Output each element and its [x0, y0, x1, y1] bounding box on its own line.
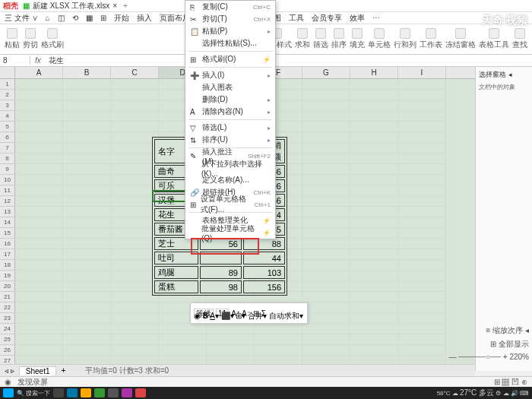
cell[interactable]: [15, 100, 63, 111]
menu-item[interactable]: ⊞设置单元格格式(F)...Ctrl+1: [185, 198, 275, 211]
menu-item[interactable]: 删除(D)▸: [185, 93, 275, 106]
cell[interactable]: [63, 143, 111, 154]
cell[interactable]: [302, 228, 350, 239]
cell[interactable]: [302, 175, 350, 185]
row-header[interactable]: 9: [0, 164, 15, 175]
cell[interactable]: [63, 185, 111, 196]
cell[interactable]: [350, 175, 398, 185]
cell[interactable]: [350, 228, 398, 239]
cell[interactable]: [350, 313, 398, 324]
cell[interactable]: [350, 111, 398, 122]
column-header[interactable]: H: [350, 67, 398, 78]
cell[interactable]: [15, 132, 63, 143]
cell[interactable]: [302, 122, 350, 132]
cell[interactable]: [398, 164, 446, 175]
cell[interactable]: [111, 100, 159, 111]
cell[interactable]: [398, 345, 446, 356]
scale-label[interactable]: ≡ 缩放次序 ◂: [486, 325, 529, 336]
cell[interactable]: [63, 154, 111, 164]
cell[interactable]: [15, 324, 63, 334]
cell[interactable]: [302, 111, 350, 122]
copy-group[interactable]: 格式刷: [41, 28, 64, 50]
ribbon-tab[interactable]: ⋯: [372, 14, 380, 22]
ribbon-tab[interactable]: 效率: [350, 13, 365, 24]
cell[interactable]: [255, 345, 302, 356]
row-header[interactable]: 2: [0, 90, 15, 100]
cell[interactable]: [398, 239, 446, 249]
cell[interactable]: [15, 345, 63, 356]
fill[interactable]: 填充: [350, 28, 365, 50]
table-cell[interactable]: 156: [243, 280, 285, 293]
sum[interactable]: 求和: [295, 28, 310, 50]
sheet-tab[interactable]: Sheet1: [19, 366, 57, 375]
cell[interactable]: [63, 90, 111, 100]
cell[interactable]: [350, 239, 398, 249]
cell[interactable]: [15, 302, 63, 313]
cell[interactable]: [63, 132, 111, 143]
cell-reference[interactable]: 8: [0, 56, 30, 65]
cell[interactable]: [398, 90, 446, 100]
cell[interactable]: [63, 111, 111, 122]
cell[interactable]: [302, 249, 350, 260]
cell[interactable]: [63, 292, 111, 302]
cell[interactable]: [350, 122, 398, 132]
rowcol[interactable]: 行和列: [394, 28, 416, 50]
cell[interactable]: [398, 154, 446, 164]
cell[interactable]: [302, 324, 350, 334]
menu-item[interactable]: 从下拉列表中选择(K)...: [185, 162, 275, 174]
cell[interactable]: [15, 90, 63, 100]
cell[interactable]: [159, 324, 207, 334]
cell[interactable]: [302, 100, 350, 111]
row-header[interactable]: 11: [0, 185, 15, 196]
menu-item[interactable]: ⊞格式刷(O)⚡: [185, 53, 275, 65]
menu-item[interactable]: 批量处理单元格(Q)⚡: [185, 226, 275, 239]
cell[interactable]: [398, 207, 446, 217]
menu-item[interactable]: 选择性粘贴(S)...: [185, 37, 275, 49]
cell[interactable]: [255, 334, 302, 345]
cell[interactable]: [111, 79, 159, 90]
cell[interactable]: [398, 132, 446, 143]
cell[interactable]: [15, 164, 63, 175]
cell[interactable]: [398, 281, 446, 292]
cell[interactable]: [398, 143, 446, 154]
cell[interactable]: [111, 302, 159, 313]
row-header[interactable]: 26: [0, 345, 15, 356]
cell[interactable]: [350, 345, 398, 356]
cell[interactable]: [350, 132, 398, 143]
row-header[interactable]: 5: [0, 122, 15, 132]
menu-item[interactable]: ➕插入(I)▸: [185, 69, 275, 81]
cell[interactable]: [350, 100, 398, 111]
zoom-pct[interactable]: — ─────○── + 220%: [449, 353, 529, 361]
cell[interactable]: [350, 185, 398, 196]
menu-item[interactable]: ⎘复制(C)Ctrl+C: [185, 1, 275, 13]
view-all[interactable]: ⊞ 全部显示: [490, 339, 529, 350]
cell[interactable]: [63, 249, 111, 260]
table-cell[interactable]: 89: [200, 266, 242, 279]
column-header[interactable]: B: [63, 67, 111, 78]
cell[interactable]: [350, 334, 398, 345]
cell[interactable]: [15, 249, 63, 260]
menu-item[interactable]: 📋粘贴(P)▸: [185, 25, 275, 37]
cell[interactable]: [398, 79, 446, 90]
row-header[interactable]: 19: [0, 271, 15, 281]
cell[interactable]: [398, 122, 446, 132]
table-cell[interactable]: 103: [243, 266, 285, 279]
row-header[interactable]: 4: [0, 111, 15, 122]
cell[interactable]: [15, 260, 63, 271]
cell[interactable]: [350, 143, 398, 154]
cell[interactable]: [111, 111, 159, 122]
cell[interactable]: [63, 122, 111, 132]
menu-item[interactable]: ✂剪切(T)Ctrl+X: [185, 13, 275, 25]
cell[interactable]: [302, 143, 350, 154]
cell[interactable]: [302, 90, 350, 100]
row-header[interactable]: 24: [0, 324, 15, 334]
cell[interactable]: [63, 207, 111, 217]
ribbon-tab[interactable]: 插入: [137, 13, 152, 24]
cell[interactable]: [111, 90, 159, 100]
cell[interactable]: [15, 207, 63, 217]
column-header[interactable]: I: [398, 67, 446, 78]
menu-item[interactable]: A清除内容(N)▸: [185, 106, 275, 118]
cell[interactable]: [398, 260, 446, 271]
row-header[interactable]: 6: [0, 132, 15, 143]
ribbon-tab[interactable]: ⌂: [46, 14, 50, 22]
